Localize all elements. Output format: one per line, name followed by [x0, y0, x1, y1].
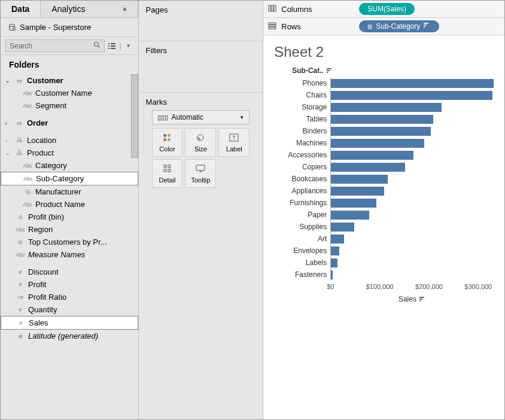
folder-order[interactable]: › ▭ Order	[1, 117, 138, 129]
y-label[interactable]: Envelopes	[274, 245, 330, 257]
dropdown-icon[interactable]: ▼	[124, 42, 133, 50]
bar-row[interactable]	[331, 221, 494, 233]
hierarchy-icon: 品	[14, 149, 25, 157]
bar-row[interactable]	[331, 125, 494, 137]
pages-shelf[interactable]: Pages	[139, 1, 263, 41]
tree-scrollbar[interactable]	[131, 74, 138, 158]
mark-size-button[interactable]: Size	[185, 128, 216, 157]
bar-row[interactable]	[331, 161, 494, 173]
search-input[interactable]: Search	[5, 39, 105, 52]
bar-row[interactable]	[331, 257, 494, 269]
mark-color-button[interactable]: Color	[152, 128, 183, 157]
mark-detail-button[interactable]: Detail	[152, 159, 183, 188]
bar[interactable]	[331, 246, 339, 255]
field-latitude[interactable]: ⊕ Latitude (generated)	[1, 330, 138, 342]
y-label[interactable]: Accessories	[274, 149, 330, 161]
field-region[interactable]: Abc Region	[1, 223, 138, 236]
pill-sub-category[interactable]: ⊞ Sub-Category	[359, 20, 439, 32]
bar-row[interactable]	[331, 245, 494, 257]
bar-row[interactable]	[331, 137, 494, 149]
marks-type-dropdown[interactable]: ▯▯▯ Automatic ▼	[152, 110, 250, 124]
search-icon	[93, 41, 101, 50]
bar[interactable]	[331, 199, 376, 208]
bar[interactable]	[331, 211, 369, 220]
x-axis-title[interactable]: Sales	[330, 295, 494, 303]
field-discount[interactable]: # Discount	[1, 266, 138, 278]
svg-line-3	[98, 46, 100, 48]
y-label[interactable]: Copiers	[274, 161, 330, 173]
field-category[interactable]: Abc Category	[1, 159, 138, 172]
y-label[interactable]: Fasteners	[274, 269, 330, 281]
folder-location[interactable]: › 品 Location	[1, 134, 138, 147]
y-label[interactable]: Machines	[274, 137, 330, 149]
y-label[interactable]: Paper	[274, 209, 330, 221]
datasource-row[interactable]: Sample - Superstore	[1, 18, 138, 36]
field-top-customers[interactable]: ⊘ Top Customers by Pr...	[1, 236, 138, 248]
y-label[interactable]: Bookcases	[274, 173, 330, 185]
field-profit-ratio[interactable]: =# Profit Ratio	[1, 291, 138, 303]
bar-row[interactable]	[331, 101, 494, 113]
bar[interactable]	[331, 115, 433, 124]
tab-analytics[interactable]: Analytics ◆	[41, 1, 138, 17]
field-segment[interactable]: Abc Segment	[1, 99, 138, 112]
view-list-icon[interactable]	[107, 42, 117, 50]
mark-tooltip-button[interactable]: Tooltip	[185, 159, 216, 188]
y-label[interactable]: Chairs	[274, 89, 330, 101]
field-sales[interactable]: # Sales	[1, 316, 138, 330]
datasource-icon	[8, 23, 16, 32]
mark-label-button[interactable]: T Label	[218, 128, 250, 157]
bar-row[interactable]	[331, 185, 494, 197]
field-quantity[interactable]: # Quantity	[1, 303, 138, 316]
y-label[interactable]: Binders	[274, 125, 330, 137]
bar[interactable]	[331, 127, 431, 136]
pill-sum-sales[interactable]: SUM(Sales)	[359, 3, 415, 15]
bar-row[interactable]	[331, 173, 494, 185]
sheet-title[interactable]: Sheet 2	[274, 44, 494, 60]
folder-product[interactable]: ⌄ 品 Product	[1, 147, 138, 159]
sub-category-header[interactable]: Sub-Cat..	[292, 66, 494, 75]
y-label[interactable]: Supplies	[274, 221, 330, 233]
chart-bars[interactable]	[330, 77, 494, 281]
y-label[interactable]: Storage	[274, 101, 330, 113]
bar-row[interactable]	[331, 77, 494, 89]
y-label[interactable]: Phones	[274, 77, 330, 89]
tab-data[interactable]: Data	[1, 1, 41, 17]
svg-rect-14	[164, 165, 166, 168]
field-product-name[interactable]: Abc Product Name	[1, 198, 138, 211]
bar[interactable]	[331, 258, 337, 267]
field-profit-bin[interactable]: .ıl. Profit (bin)	[1, 211, 138, 223]
y-label[interactable]: Labels	[274, 257, 330, 269]
field-manufacturer[interactable]: 📎 Manufacturer	[1, 185, 138, 198]
bar[interactable]	[331, 175, 388, 184]
bar[interactable]	[331, 187, 384, 196]
y-label[interactable]: Furnishings	[274, 197, 330, 209]
field-sub-category[interactable]: Abc Sub-Category	[1, 172, 138, 185]
bar-row[interactable]	[331, 197, 494, 209]
bar[interactable]	[331, 151, 413, 160]
bar[interactable]	[331, 270, 332, 279]
bar[interactable]	[331, 163, 405, 172]
bar-row[interactable]	[331, 149, 494, 161]
bar-row[interactable]	[331, 209, 494, 221]
filters-shelf[interactable]: Filters	[139, 41, 263, 93]
bar-row[interactable]	[331, 89, 494, 101]
bar-row[interactable]	[331, 233, 494, 245]
columns-shelf[interactable]: Columns SUM(Sales)	[263, 1, 504, 18]
field-profit[interactable]: # Profit	[1, 278, 138, 291]
bar[interactable]	[331, 235, 344, 244]
bar[interactable]	[331, 79, 494, 88]
y-label[interactable]: Art	[274, 233, 330, 245]
bar[interactable]	[331, 91, 492, 100]
rows-shelf[interactable]: Rows ⊞ Sub-Category	[263, 18, 504, 35]
y-label[interactable]: Appliances	[274, 185, 330, 197]
bar-row[interactable]	[331, 113, 494, 125]
field-customer-name[interactable]: Abc Customer Name	[1, 87, 138, 99]
bar[interactable]	[331, 103, 441, 112]
field-measure-names[interactable]: Abc Measure Names	[1, 248, 138, 261]
bar[interactable]	[331, 139, 424, 148]
bar-row[interactable]	[331, 269, 494, 281]
folder-customer[interactable]: ⌄ ▭ Customer	[1, 74, 138, 87]
y-label[interactable]: Tables	[274, 113, 330, 125]
bar[interactable]	[331, 223, 354, 232]
sort-desc-icon	[327, 66, 333, 75]
